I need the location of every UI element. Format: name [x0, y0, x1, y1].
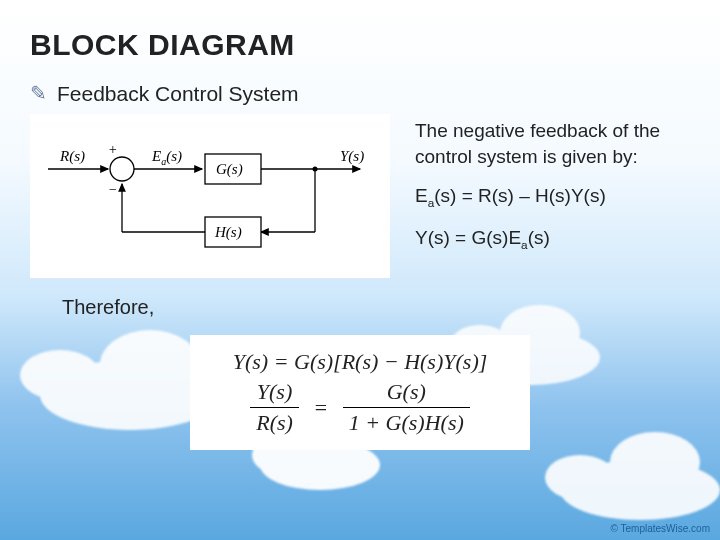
diagram-output-label: Y(s): [340, 148, 364, 165]
therefore-label: Therefore,: [62, 296, 690, 319]
content-row: R(s) + − Ea(s) G(s) Y(s): [30, 114, 690, 278]
slide-content: BLOCK DIAGRAM ✎ Feedback Control System …: [0, 0, 720, 450]
watermark: © TemplatesWise.com: [611, 523, 710, 534]
minus-sign: −: [108, 182, 117, 197]
equation-1: Ea(s) = R(s) – H(s)Y(s): [415, 183, 690, 211]
cloud-decoration: [560, 460, 720, 520]
derivation-line-2: Y(s) R(s) = G(s) 1 + G(s)H(s): [204, 379, 516, 436]
diagram-g-block: G(s): [216, 161, 243, 178]
description-column: The negative feedback of the control sys…: [415, 114, 690, 278]
diagram-h-block: H(s): [214, 224, 242, 241]
diagram-error-label: Ea(s): [151, 148, 182, 167]
derivation-box: Y(s) = G(s)[R(s) − H(s)Y(s)] Y(s) R(s) =…: [190, 335, 530, 450]
diagram-input-label: R(s): [59, 148, 85, 165]
subtitle-row: ✎ Feedback Control System: [30, 82, 690, 106]
page-title: BLOCK DIAGRAM: [30, 28, 690, 62]
plus-sign: +: [108, 142, 117, 157]
subtitle-text: Feedback Control System: [57, 82, 299, 106]
equation-2: Y(s) = G(s)Ea(s): [415, 225, 690, 253]
derivation-line-1: Y(s) = G(s)[R(s) − H(s)Y(s)]: [204, 349, 516, 375]
bullet-icon: ✎: [30, 81, 47, 105]
description-text: The negative feedback of the control sys…: [415, 118, 690, 169]
svg-point-1: [110, 157, 134, 181]
block-diagram: R(s) + − Ea(s) G(s) Y(s): [30, 114, 390, 278]
